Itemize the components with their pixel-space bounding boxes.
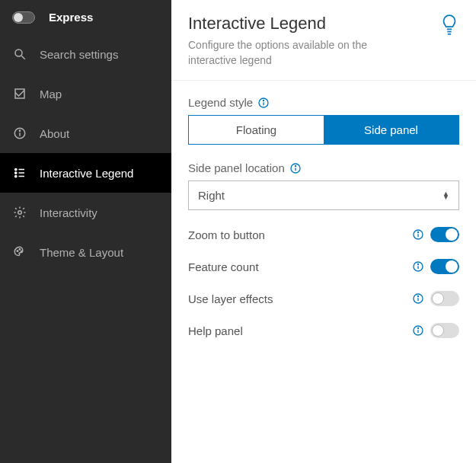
sidebar-item-map[interactable]: Map [0,74,171,113]
side-panel-location-field: Side panel location Right ▲▼ [188,161,459,210]
main-panel: Interactive Legend Configure the options… [171,0,476,463]
side-panel-location-label: Side panel location [188,161,285,174]
svg-point-6 [15,168,17,170]
svg-point-13 [17,251,18,252]
sidebar-item-label: Map [40,88,62,101]
toggle-row-zoom-to-button: Zoom to button [188,227,459,242]
toggle-label: Feature count [188,260,259,273]
sidebar-item-label: About [40,127,69,140]
svg-point-8 [15,172,17,174]
sidebar-item-label: Theme & Layout [40,246,123,259]
info-icon[interactable] [412,260,424,273]
svg-point-12 [18,211,22,215]
express-toggle[interactable] [12,11,35,24]
legend-style-label: Legend style [188,96,253,109]
express-label: Express [49,11,93,24]
legend-style-option-floating[interactable]: Floating [189,116,324,144]
panel-header: Interactive Legend Configure the options… [171,0,476,81]
toggle-row-use-layer-effects: Use layer effects [188,291,459,306]
chevron-updown-icon: ▲▼ [442,192,449,200]
legend-icon [12,165,27,180]
svg-point-15 [21,251,23,253]
lightbulb-icon[interactable] [439,14,459,40]
sidebar-item-interactive-legend[interactable]: Interactive Legend [0,153,171,193]
sidebar: Express Search settings Map About Intera… [0,0,171,463]
svg-point-10 [15,175,17,177]
legend-style-segmented: Floating Side panel [188,115,459,145]
map-icon [12,86,27,101]
info-icon[interactable] [412,324,424,337]
info-icon[interactable] [257,97,270,109]
info-icon[interactable] [412,292,424,305]
svg-point-0 [15,49,22,56]
legend-style-field: Legend style Floating Side panel [188,96,459,145]
svg-point-27 [417,232,418,233]
info-icon[interactable] [289,162,302,174]
page-subtitle: Configure the options available on the i… [188,38,401,68]
use-layer-effects-toggle[interactable] [430,291,459,306]
sidebar-item-search-settings[interactable]: Search settings [0,34,171,74]
feature-count-toggle[interactable] [430,259,459,274]
info-icon[interactable] [412,228,424,241]
page-title: Interactive Legend [188,14,401,34]
toggle-label: Help panel [188,324,243,337]
svg-point-5 [19,130,20,131]
zoom-to-button-toggle[interactable] [430,227,459,242]
side-panel-location-select[interactable]: Right ▲▼ [188,180,459,210]
search-icon [12,46,27,62]
sidebar-item-label: Interactive Legend [40,167,133,180]
sidebar-item-interactivity[interactable]: Interactivity [0,193,171,232]
svg-point-33 [417,296,418,297]
legend-style-option-side-panel[interactable]: Side panel [324,116,458,144]
svg-point-14 [19,249,21,251]
help-panel-toggle[interactable] [430,323,459,338]
settings-panel: Legend style Floating Side panel Side pa… [171,81,476,353]
info-icon [12,126,27,141]
svg-point-36 [417,328,418,329]
toggle-label: Use layer effects [188,292,273,305]
palette-icon [12,244,27,260]
toggle-row-help-panel: Help panel [188,323,459,338]
toggle-row-feature-count: Feature count [188,259,459,274]
svg-point-30 [417,264,418,265]
select-value: Right [198,189,225,202]
sidebar-item-label: Interactivity [40,206,97,219]
svg-point-21 [264,100,264,101]
toggle-label: Zoom to button [188,228,265,241]
sidebar-item-about[interactable]: About [0,113,171,153]
sidebar-item-theme-layout[interactable]: Theme & Layout [0,232,171,272]
svg-point-24 [295,165,296,166]
svg-line-1 [21,56,25,59]
gear-icon [12,205,27,220]
express-row: Express [0,0,171,34]
sidebar-item-label: Search settings [40,48,118,61]
